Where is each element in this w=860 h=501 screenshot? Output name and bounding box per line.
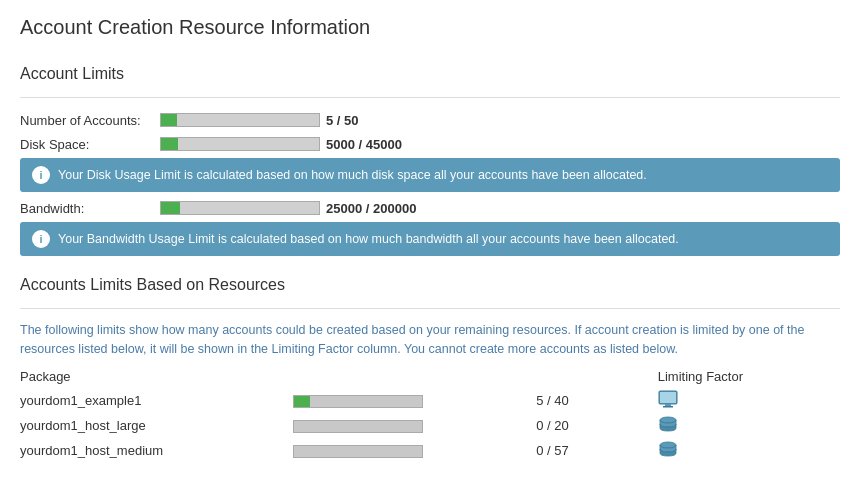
number-of-accounts-fill	[161, 114, 177, 126]
disk-space-banner: i Your Disk Usage Limit is calculated ba…	[20, 158, 840, 192]
table-row: yourdom1_host_large0 / 20	[20, 413, 840, 438]
package-value-cell: 0 / 20	[536, 413, 657, 438]
bandwidth-bar	[160, 201, 320, 215]
svg-rect-2	[665, 404, 671, 406]
package-value-cell: 5 / 40	[536, 388, 657, 413]
package-progress-bar	[293, 445, 423, 458]
package-limiting-cell	[658, 413, 840, 438]
col-header-bar	[293, 369, 536, 388]
resources-section-title: Accounts Limits Based on Resources	[20, 276, 840, 298]
disk-space-label: Disk Space:	[20, 137, 160, 152]
account-limits-title: Account Limits	[20, 65, 840, 87]
number-of-accounts-row: Number of Accounts: 5 / 50	[20, 110, 840, 130]
section-divider-2	[20, 308, 840, 309]
table-row: yourdom1_host_medium0 / 57	[20, 438, 840, 463]
svg-rect-3	[663, 406, 673, 408]
number-of-accounts-value: 5 / 50	[326, 113, 359, 128]
bandwidth-label: Bandwidth:	[20, 201, 160, 216]
table-row: yourdom1_example15 / 40	[20, 388, 840, 413]
resources-description: The following limits show how many accou…	[20, 321, 840, 359]
svg-rect-1	[660, 392, 676, 403]
number-of-accounts-bar	[160, 113, 320, 127]
bandwidth-fill	[161, 202, 180, 214]
package-progress-bar	[293, 395, 423, 408]
package-value-cell: 0 / 57	[536, 438, 657, 463]
disk-icon	[658, 415, 678, 433]
monitor-icon	[658, 390, 678, 408]
col-header-limiting: Limiting Factor	[658, 369, 840, 388]
section-divider-1	[20, 97, 840, 98]
package-name-cell: yourdom1_example1	[20, 388, 293, 413]
page-container: Account Creation Resource Information Ac…	[0, 0, 860, 479]
bandwidth-row: Bandwidth: 25000 / 200000	[20, 198, 840, 218]
bandwidth-banner: i Your Bandwidth Usage Limit is calculat…	[20, 222, 840, 256]
info-icon-bandwidth: i	[32, 230, 50, 248]
disk-space-value: 5000 / 45000	[326, 137, 402, 152]
package-name-cell: yourdom1_host_medium	[20, 438, 293, 463]
number-of-accounts-label: Number of Accounts:	[20, 113, 160, 128]
package-progress-fill	[294, 396, 309, 407]
package-limiting-cell	[658, 388, 840, 413]
disk-icon	[658, 440, 678, 458]
package-bar-cell	[293, 388, 536, 413]
package-bar-cell	[293, 438, 536, 463]
package-progress-bar	[293, 420, 423, 433]
account-limits-section: Account Limits Number of Accounts: 5 / 5…	[20, 65, 840, 256]
package-limiting-cell	[658, 438, 840, 463]
bandwidth-value: 25000 / 200000	[326, 201, 416, 216]
package-name-cell: yourdom1_host_large	[20, 413, 293, 438]
col-header-value	[536, 369, 657, 388]
page-title: Account Creation Resource Information	[20, 16, 840, 45]
resources-table-header: Package Limiting Factor	[20, 369, 840, 388]
col-header-package: Package	[20, 369, 293, 388]
disk-space-bar	[160, 137, 320, 151]
disk-banner-text: Your Disk Usage Limit is calculated base…	[58, 168, 647, 182]
info-icon-disk: i	[32, 166, 50, 184]
resources-table: Package Limiting Factor yourdom1_example…	[20, 369, 840, 463]
bandwidth-banner-text: Your Bandwidth Usage Limit is calculated…	[58, 232, 679, 246]
disk-space-fill	[161, 138, 178, 150]
resources-section: Accounts Limits Based on Resources The f…	[20, 276, 840, 463]
disk-space-row: Disk Space: 5000 / 45000	[20, 134, 840, 154]
package-bar-cell	[293, 413, 536, 438]
